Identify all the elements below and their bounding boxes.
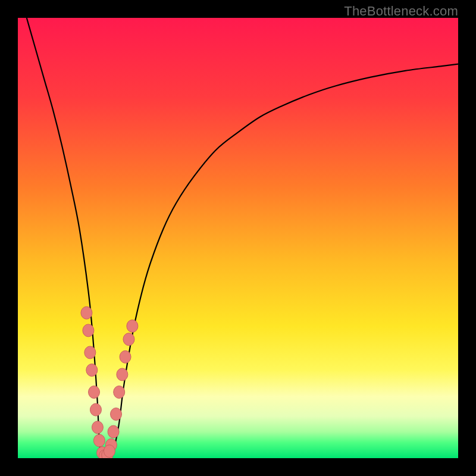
data-dot: [108, 425, 119, 438]
data-dot: [127, 320, 138, 333]
plot-area: [18, 18, 458, 458]
data-dot: [114, 386, 125, 399]
data-dot: [92, 421, 103, 434]
data-dot: [84, 346, 96, 359]
data-dot: [120, 350, 131, 363]
data-dot: [93, 434, 105, 447]
data-dot: [123, 333, 134, 346]
data-dot: [89, 386, 100, 399]
curve-layer: [18, 18, 458, 458]
data-dot: [117, 368, 128, 381]
data-dot: [111, 408, 122, 421]
data-dot: [81, 306, 92, 319]
data-dot: [86, 364, 98, 377]
data-dot: [90, 403, 101, 416]
chart-frame: TheBottleneck.com: [0, 0, 476, 476]
data-dot: [83, 324, 94, 337]
data-dot: [104, 445, 115, 458]
watermark-label: TheBottleneck.com: [344, 4, 458, 19]
scatter-dots: [81, 306, 138, 458]
